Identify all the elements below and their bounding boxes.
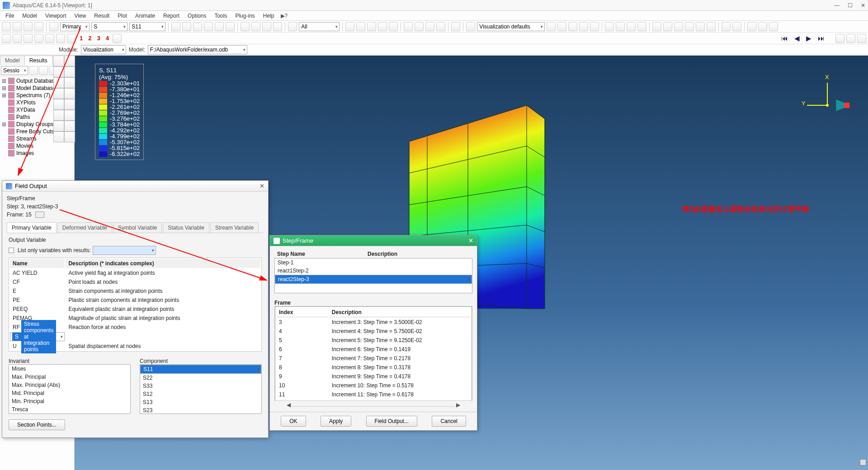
dialog-close-icon[interactable]: ✕ [259,183,264,189]
palette-btn[interactable] [53,66,64,77]
tab-status-variable[interactable]: Status Variable [163,222,209,233]
circle2-icon[interactable] [557,22,566,31]
menu-options[interactable]: Options [184,12,210,20]
hscroll-left-icon[interactable]: ◀ [287,402,291,408]
section-points-button[interactable]: Section Points... [9,419,65,430]
render1-icon[interactable] [652,22,661,31]
frame-table[interactable]: Index Description 3Increment 3: Step Tim… [275,306,472,401]
render5-icon[interactable] [696,22,705,31]
step-list[interactable]: Step-1react1Step-2react2Step-3 [274,258,472,293]
triad-icon[interactable] [113,34,122,43]
component-item[interactable]: S22 [140,374,261,382]
axis-view1-icon[interactable] [2,34,11,43]
palette-btn[interactable] [53,88,64,99]
tab-stream-variable[interactable]: Stream Variable [210,222,259,233]
frame-row[interactable]: 7Increment 7: Step Time = 0.2178 [276,354,471,362]
step-row[interactable]: react1Step-2 [275,267,472,275]
component-item[interactable]: S13 [140,398,261,406]
frame-row[interactable]: 5Increment 5: Step Time = 9.1250E-02 [276,336,471,344]
palette-btn[interactable] [53,121,64,132]
palette-btn[interactable] [53,99,64,110]
view1-icon[interactable] [241,22,250,31]
invariant-item[interactable]: Min. Principal [9,397,130,405]
cancel-button[interactable]: Cancel [432,416,466,427]
play-prev-icon[interactable]: ◀ [794,34,800,42]
transform-icon[interactable] [605,22,614,31]
frame-row[interactable]: 3Increment 3: Step Time = 3.5000E-02 [276,318,471,326]
list-only-filter-select[interactable] [93,246,156,255]
display-group1-icon[interactable] [345,22,354,31]
menu-plugins[interactable]: Plug-ins [231,12,258,20]
variables-table[interactable]: Name Description (* indicates complex) A… [9,258,262,352]
menu-tools[interactable]: Tools [211,12,231,20]
palette-btn[interactable] [64,88,75,99]
tab-model[interactable]: Model [0,56,25,65]
annot-text-icon[interactable] [732,22,741,31]
frame-row[interactable]: 10Increment 10: Step Time = 0.5178 [276,381,471,390]
save-icon[interactable] [24,22,33,31]
render3-icon[interactable] [674,22,683,31]
annot-arrow-icon[interactable] [722,22,731,31]
pan-icon[interactable] [171,22,180,31]
component-list[interactable]: S11S22S33S12S13S23 [140,364,262,414]
display-group2-icon[interactable] [356,22,365,31]
palette-btn[interactable] [53,132,64,142]
palette-btn[interactable] [64,77,75,88]
menu-model[interactable]: Model [19,12,41,20]
selection-filter-select[interactable]: All [299,22,340,31]
frame-row[interactable]: 12Increment 12: Step Time = 0.7178 [276,400,471,401]
menu-animate[interactable]: Animate [132,12,159,20]
field-variable-select[interactable]: S [91,22,127,31]
axis-view5-icon[interactable] [45,34,54,43]
datum-icon[interactable] [637,22,646,31]
menu-viewport[interactable]: Viewport [42,12,70,20]
axis-view3-icon[interactable] [24,34,33,43]
palette-btn[interactable] [64,66,75,77]
axis-view7-icon[interactable] [67,34,76,43]
invariant-item[interactable]: Mid. Principal [9,389,130,397]
variable-row[interactable]: AC YIELDActive yield flag at integration… [10,269,260,277]
maximize-icon[interactable]: ☐ [848,2,853,9]
variable-row[interactable]: PEEQEquivalent plastic strain at integra… [10,305,260,313]
variable-row[interactable]: EStrain components at integration points [10,287,260,295]
axis-view4-icon[interactable] [34,34,43,43]
render2-icon[interactable] [663,22,672,31]
step-frame-titlebar[interactable]: Step/Frame ✕ [270,235,477,246]
menu-report[interactable]: Report [160,12,183,20]
measure-icon[interactable] [758,22,767,31]
palette-btn[interactable] [53,56,64,66]
palette-btn[interactable] [53,77,64,88]
query-icon[interactable] [747,22,756,31]
cube3-icon[interactable] [425,22,434,31]
zoom-box-icon[interactable] [204,22,213,31]
camera1-icon[interactable] [846,34,855,43]
circle3-icon[interactable] [568,22,577,31]
field-output-titlebar[interactable]: Field Output ✕ [2,181,268,192]
invariant-item[interactable]: Tresca [9,405,130,414]
view3-icon[interactable] [262,22,271,31]
new-icon[interactable] [2,22,11,31]
step-frame-selector-icon[interactable] [35,212,44,218]
menu-file[interactable]: File [2,12,18,20]
frame-row[interactable]: 9Increment 9: Step Time = 0.4178 [276,372,471,381]
palette-btn[interactable] [53,110,64,121]
view-preset-2[interactable]: 2 [86,35,93,42]
step-row[interactable]: react2Step-3 [275,275,472,284]
frame-row[interactable]: 4Increment 4: Step Time = 5.7500E-02 [276,327,471,335]
fit-icon[interactable] [215,22,224,31]
highlight-icon[interactable] [367,22,376,31]
axis-view2-icon[interactable] [13,34,22,43]
invariant-list[interactable]: MisesMax. PrincipalMax. Principal (Abs)M… [9,364,131,414]
palette-btn[interactable] [64,132,75,142]
options-icon[interactable] [769,22,778,31]
tree-tool1-icon[interactable] [29,66,38,75]
palette-btn[interactable] [64,99,75,110]
replace-icon[interactable] [378,22,387,31]
circle4-icon[interactable] [579,22,588,31]
axis-view6-icon[interactable] [56,34,65,43]
frame-row[interactable]: 11Increment 11: Step Time = 0.6178 [276,390,471,399]
frame-row[interactable]: 8Increment 8: Step Time = 0.3178 [276,363,471,371]
camera2-icon[interactable] [857,34,866,43]
step-row[interactable]: Step-1 [275,258,472,267]
menu-plot[interactable]: Plot [114,12,131,20]
